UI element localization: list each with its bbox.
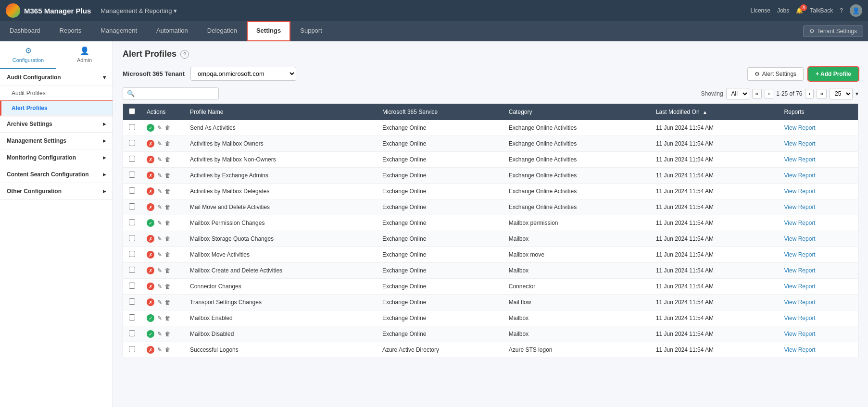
edit-icon[interactable]: ✎ <box>157 204 162 210</box>
tab-reports[interactable]: Reports <box>50 21 91 41</box>
edit-icon[interactable]: ✎ <box>157 172 162 179</box>
view-report-link[interactable]: View Report <box>784 235 816 242</box>
row-checkbox[interactable] <box>129 267 135 273</box>
talkback-link[interactable]: TalkBack <box>810 7 833 14</box>
view-report-link[interactable]: View Report <box>784 251 816 258</box>
sidebar-section-content-search[interactable]: Content Search Configuration ▸ <box>0 166 113 183</box>
help-icon[interactable]: ? <box>180 50 189 59</box>
view-report-link[interactable]: View Report <box>784 267 816 274</box>
row-checkbox[interactable] <box>129 124 135 130</box>
status-icon[interactable]: ✓ <box>147 124 154 132</box>
status-icon[interactable]: ✗ <box>147 235 154 243</box>
sidebar-item-audit-profiles[interactable]: Audit Profiles <box>0 86 113 101</box>
status-icon[interactable]: ✗ <box>147 156 154 163</box>
row-checkbox[interactable] <box>129 330 135 336</box>
row-checkbox[interactable] <box>129 140 135 146</box>
sidebar-tab-admin[interactable]: 👤 Admin <box>56 41 113 69</box>
sidebar-item-alert-profiles[interactable]: Alert Profiles <box>0 101 113 116</box>
help-link[interactable]: ? <box>840 7 843 14</box>
view-report-link[interactable]: View Report <box>784 204 816 210</box>
tab-automation[interactable]: Automation <box>147 21 198 41</box>
view-report-link[interactable]: View Report <box>784 220 816 226</box>
status-icon[interactable]: ✗ <box>147 203 154 211</box>
jobs-link[interactable]: Jobs <box>777 7 789 14</box>
edit-icon[interactable]: ✎ <box>157 331 162 337</box>
status-icon[interactable]: ✓ <box>147 219 154 227</box>
view-report-link[interactable]: View Report <box>784 315 816 321</box>
showing-select[interactable]: All <box>726 88 749 99</box>
column-last-modified[interactable]: Last Modified On ▲ <box>650 104 779 121</box>
edit-icon[interactable]: ✎ <box>157 124 162 131</box>
status-icon[interactable]: ✗ <box>147 251 154 259</box>
delete-icon[interactable]: 🗑 <box>165 283 171 290</box>
delete-icon[interactable]: 🗑 <box>165 346 171 353</box>
row-checkbox[interactable] <box>129 298 135 305</box>
edit-icon[interactable]: ✎ <box>157 315 162 321</box>
tab-support[interactable]: Support <box>290 21 332 41</box>
row-checkbox[interactable] <box>129 346 135 352</box>
delete-icon[interactable]: 🗑 <box>165 299 171 306</box>
view-report-link[interactable]: View Report <box>784 283 816 290</box>
alert-settings-button[interactable]: ⚙ Alert Settings <box>747 67 804 81</box>
row-checkbox[interactable] <box>129 172 135 178</box>
tenant-dropdown[interactable]: ompqa.onmicrosoft.com <box>190 67 296 81</box>
last-page-button[interactable]: » <box>817 89 827 99</box>
edit-icon[interactable]: ✎ <box>157 188 162 195</box>
view-report-link[interactable]: View Report <box>784 124 816 131</box>
view-report-link[interactable]: View Report <box>784 331 816 337</box>
search-input[interactable] <box>137 90 214 97</box>
delete-icon[interactable]: 🗑 <box>165 188 171 195</box>
view-report-link[interactable]: View Report <box>784 140 816 147</box>
edit-icon[interactable]: ✎ <box>157 235 162 242</box>
tenant-settings-button[interactable]: ⚙ Tenant Settings <box>803 25 863 37</box>
edit-icon[interactable]: ✎ <box>157 156 162 163</box>
per-page-select[interactable]: 25 <box>830 88 853 99</box>
first-page-button[interactable]: « <box>752 89 762 99</box>
tab-dashboard[interactable]: Dashboard <box>0 21 50 41</box>
notifications-bell[interactable]: 🔔 3 <box>796 7 803 14</box>
select-all-checkbox[interactable] <box>129 108 135 114</box>
delete-icon[interactable]: 🗑 <box>165 172 171 179</box>
delete-icon[interactable]: 🗑 <box>165 315 171 321</box>
status-icon[interactable]: ✗ <box>147 172 154 179</box>
status-icon[interactable]: ✗ <box>147 140 154 148</box>
sidebar-section-other-configuration[interactable]: Other Configuration ▸ <box>0 183 113 200</box>
delete-icon[interactable]: 🗑 <box>165 235 171 242</box>
status-icon[interactable]: ✗ <box>147 267 154 274</box>
edit-icon[interactable]: ✎ <box>157 283 162 290</box>
edit-icon[interactable]: ✎ <box>157 220 162 226</box>
add-profile-button[interactable]: + Add Profile <box>808 67 858 81</box>
view-report-link[interactable]: View Report <box>784 188 816 195</box>
delete-icon[interactable]: 🗑 <box>165 331 171 337</box>
edit-icon[interactable]: ✎ <box>157 140 162 147</box>
view-report-link[interactable]: View Report <box>784 299 816 306</box>
prev-page-button[interactable]: ‹ <box>765 89 773 99</box>
row-checkbox[interactable] <box>129 314 135 321</box>
row-checkbox[interactable] <box>129 219 135 225</box>
row-checkbox[interactable] <box>129 187 135 194</box>
row-checkbox[interactable] <box>129 235 135 241</box>
status-icon[interactable]: ✓ <box>147 330 154 338</box>
sidebar-section-monitoring-configuration[interactable]: Monitoring Configuration ▸ <box>0 149 113 166</box>
sidebar-section-audit-configuration[interactable]: Audit Configuration ▾ <box>0 69 113 86</box>
license-link[interactable]: License <box>751 7 770 14</box>
status-icon[interactable]: ✗ <box>147 346 154 354</box>
row-checkbox[interactable] <box>129 251 135 257</box>
tab-delegation[interactable]: Delegation <box>198 21 247 41</box>
view-report-link[interactable]: View Report <box>784 156 816 163</box>
delete-icon[interactable]: 🗑 <box>165 140 171 147</box>
sidebar-tab-configuration[interactable]: ⚙ Configuration <box>0 41 56 69</box>
tab-management[interactable]: Management <box>91 21 147 41</box>
status-icon[interactable]: ✗ <box>147 298 154 306</box>
top-nav-dropdown[interactable]: Management & Reporting ▾ <box>101 7 177 14</box>
row-checkbox[interactable] <box>129 203 135 210</box>
edit-icon[interactable]: ✎ <box>157 346 162 353</box>
sidebar-section-management-settings[interactable]: Management Settings ▸ <box>0 133 113 149</box>
view-report-link[interactable]: View Report <box>784 346 816 353</box>
tab-settings[interactable]: Settings <box>247 21 290 41</box>
delete-icon[interactable]: 🗑 <box>165 124 171 131</box>
next-page-button[interactable]: › <box>805 89 814 99</box>
user-avatar[interactable]: 👤 <box>850 4 862 17</box>
row-checkbox[interactable] <box>129 156 135 162</box>
edit-icon[interactable]: ✎ <box>157 251 162 258</box>
